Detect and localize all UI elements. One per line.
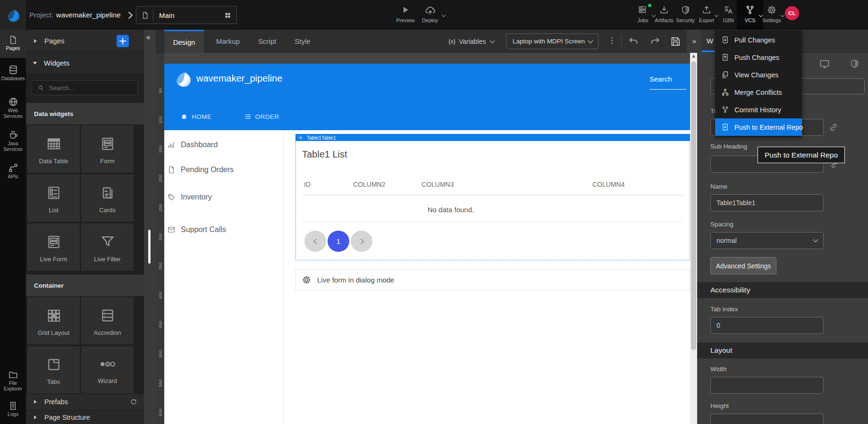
device-selector[interactable]: Laptop with MDPI Screen — [506, 33, 598, 49]
width-input[interactable] — [710, 377, 824, 394]
shield-icon[interactable] — [850, 59, 860, 69]
rail-item-java-services[interactable]: Java Services — [0, 126, 26, 157]
wavemaker-logo-icon — [6, 8, 20, 22]
artifacts-download-icon — [659, 5, 669, 15]
widget-card-accordion[interactable]: Accordion — [81, 297, 134, 344]
pages-header-label: Pages — [44, 37, 65, 45]
widget-card-label: Form — [81, 158, 134, 165]
rail-item-file-explorer[interactable]: File Explorer — [0, 366, 26, 395]
save-icon[interactable] — [669, 35, 682, 48]
tab-design[interactable]: Design — [164, 30, 204, 53]
side-nav-inventory[interactable]: Inventory — [181, 193, 212, 201]
ruler-mark: 350 — [158, 262, 163, 271]
column-header-id[interactable]: ID — [304, 181, 311, 188]
app-search-link[interactable]: Search — [649, 75, 686, 90]
name-input[interactable] — [710, 194, 824, 211]
tab-markup[interactable]: Markup — [211, 30, 245, 53]
widget-card-list[interactable]: List — [27, 175, 80, 222]
selected-widget-tag[interactable]: Table1Table1 — [295, 134, 690, 141]
page-grid-icon[interactable] — [224, 11, 232, 19]
move-icon[interactable] — [298, 135, 303, 140]
accessibility-section-header[interactable]: Accessibility — [697, 282, 868, 298]
rail-item-logs[interactable]: Logs — [0, 397, 26, 422]
bind-link-icon[interactable] — [829, 123, 838, 132]
properties-tab-label[interactable]: W — [707, 37, 713, 45]
prefabs-tree-header[interactable]: Prefabs — [26, 393, 144, 410]
widget-card-label: Wizard — [81, 377, 134, 384]
rail-item-databases[interactable]: Databases — [0, 61, 26, 89]
search-input[interactable] — [48, 84, 130, 92]
collapse-panel-button[interactable]: « — [146, 33, 151, 42]
widget-card-form[interactable]: Form — [81, 125, 134, 173]
tab-script[interactable]: Script — [252, 30, 282, 53]
tab-index-input[interactable] — [710, 317, 824, 334]
avatar-initials: CL — [788, 10, 795, 16]
nav-order[interactable]: ORDER — [255, 113, 279, 120]
rail-item-apis[interactable]: APIs — [0, 159, 26, 186]
menu-item-push-to-external-repo[interactable]: Push to External Repo — [715, 118, 802, 136]
rail-label: Logs — [8, 411, 18, 417]
widget-card-live-form[interactable]: Live Form — [27, 224, 80, 271]
widget-card-data-table[interactable]: Data Table — [27, 125, 80, 173]
pages-tree-header[interactable]: Pages — [26, 30, 144, 52]
rail-item-web-services[interactable]: Web Services — [0, 93, 26, 124]
deploy-label: Deploy — [417, 17, 443, 23]
widgets-tree-header[interactable]: Widgets — [26, 52, 144, 74]
page-structure-tree-header[interactable]: Page Structure — [26, 410, 144, 424]
refresh-icon[interactable] — [130, 398, 137, 406]
avatar[interactable]: CL — [785, 6, 799, 20]
app-logo[interactable] — [0, 0, 26, 30]
column-header-column3[interactable]: COLUMN3 — [421, 181, 454, 188]
scrollbar-up-icon[interactable]: ▲ — [690, 54, 697, 58]
kebab-menu-icon[interactable]: ⋮ — [608, 35, 616, 45]
widget-card-wizard[interactable]: Wizard — [81, 346, 134, 393]
pagination-page-1[interactable]: 1 — [328, 231, 349, 252]
device-preview-icon[interactable] — [819, 58, 830, 70]
column-header-column2[interactable]: COLUMN2 — [353, 181, 385, 188]
widget-card-cards[interactable]: Cards — [81, 175, 134, 222]
form-icon — [100, 136, 116, 152]
live-form-widget[interactable]: Live form in dialog mode — [295, 269, 690, 291]
side-nav-pending-orders[interactable]: Pending Orders — [181, 166, 234, 174]
widget-search[interactable] — [32, 80, 138, 95]
canvas-scrollbar[interactable]: ▲ — [690, 53, 697, 424]
rail-label: File Explorer — [4, 380, 22, 391]
preview-button[interactable]: Preview — [392, 4, 419, 23]
widget-card-grid-layout[interactable]: Grid Layout — [27, 297, 80, 344]
side-nav-support-calls[interactable]: Support Calls — [181, 225, 226, 234]
globe-icon — [8, 97, 18, 107]
pagination-next-button[interactable] — [351, 231, 372, 252]
height-input[interactable] — [710, 414, 824, 424]
nav-home[interactable]: HOME — [192, 113, 212, 120]
column-header-column4[interactable]: COLUMN4 — [592, 181, 624, 188]
side-nav-dashboard[interactable]: Dashboard — [181, 141, 218, 149]
advanced-settings-button[interactable]: Advanced Settings — [710, 257, 776, 274]
rail-item-pages[interactable]: Pages — [0, 30, 26, 58]
redo-icon[interactable] — [649, 36, 661, 47]
ruler-mark: 150 — [158, 145, 163, 154]
variables-dropdown[interactable]: {x} Variables — [448, 30, 494, 53]
settings-button[interactable]: Settings — [758, 4, 785, 23]
add-page-button[interactable] — [117, 35, 129, 47]
expand-panel-button[interactable]: » — [687, 30, 702, 53]
tab-style[interactable]: Style — [289, 30, 316, 53]
undo-icon[interactable] — [628, 36, 639, 47]
pagination-prev-button[interactable] — [304, 231, 326, 252]
rail-label: Java Services — [3, 141, 22, 152]
menu-item-merge-conflicts[interactable]: Merge Conflicts — [715, 83, 802, 101]
page-tab[interactable]: Main — [136, 6, 237, 24]
spacing-select[interactable]: normal — [710, 232, 824, 249]
breadcrumb-chevron-icon — [126, 12, 133, 19]
app-header[interactable]: wavemaker_pipeline Search HOME ORDER — [164, 64, 690, 130]
deploy-button[interactable]: Deploy — [417, 4, 443, 23]
menu-item-commit-history[interactable]: Commit History — [715, 101, 802, 118]
panel-scrollbar[interactable] — [148, 230, 151, 264]
menu-item-push-changes[interactable]: Push Changes — [715, 49, 802, 66]
layout-section-header[interactable]: Layout — [697, 342, 868, 358]
scrollbar-thumb[interactable] — [691, 61, 696, 350]
widget-card-tabs[interactable]: Tabs — [27, 346, 80, 393]
menu-item-pull-changes[interactable]: Pull Changes — [715, 31, 802, 49]
widget-card-live-filter[interactable]: Live Filter — [81, 224, 134, 271]
menu-item-view-changes[interactable]: View Changes — [715, 66, 802, 83]
section-data-widgets: Data widgets — [26, 103, 144, 125]
